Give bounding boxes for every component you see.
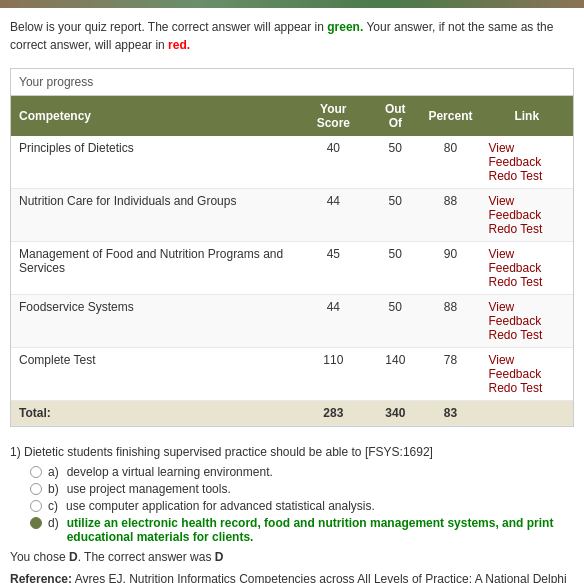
redo-test-link[interactable]: Redo Test: [488, 275, 565, 289]
total-out-of: 340: [370, 401, 420, 426]
redo-test-link[interactable]: Redo Test: [488, 328, 565, 342]
option-letter: d): [48, 516, 59, 530]
view-feedback-link[interactable]: View Feedback: [488, 353, 565, 381]
table-header-row: Competency Your Score Out Of Percent Lin…: [11, 96, 573, 136]
total-row: Total:28334083: [11, 401, 573, 426]
table-row: Principles of Dietetics405080View Feedba…: [11, 136, 573, 189]
option-text: use project management tools.: [67, 482, 231, 496]
out-of-cell: 50: [370, 189, 420, 242]
question-section: 1) Dietetic students finishing supervise…: [0, 435, 584, 583]
competency-cell: Principles of Dietetics: [11, 136, 296, 189]
competency-cell: Complete Test: [11, 348, 296, 401]
table-row: Complete Test11014078View FeedbackRedo T…: [11, 348, 573, 401]
out-of-cell: 50: [370, 242, 420, 295]
option-item: c)use computer application for advanced …: [30, 499, 574, 513]
table-row: Nutrition Care for Individuals and Group…: [11, 189, 573, 242]
option-letter: c): [48, 499, 58, 513]
total-label: Total:: [11, 401, 296, 426]
option-text: use computer application for advanced st…: [66, 499, 375, 513]
col-header-link: Link: [480, 96, 573, 136]
options-list: a)develop a virtual learning environment…: [10, 465, 574, 544]
view-feedback-link[interactable]: View Feedback: [488, 300, 565, 328]
link-cell[interactable]: View FeedbackRedo Test: [480, 295, 573, 348]
score-cell: 44: [296, 189, 370, 242]
total-score: 283: [296, 401, 370, 426]
competency-cell: Nutrition Care for Individuals and Group…: [11, 189, 296, 242]
option-text: utilize an electronic health record, foo…: [67, 516, 574, 544]
top-banner: [0, 0, 584, 8]
option-item: d)utilize an electronic health record, f…: [30, 516, 574, 544]
option-letter: b): [48, 482, 59, 496]
option-item: b)use project management tools.: [30, 482, 574, 496]
view-feedback-link[interactable]: View Feedback: [488, 194, 565, 222]
score-cell: 110: [296, 348, 370, 401]
view-feedback-link[interactable]: View Feedback: [488, 247, 565, 275]
col-header-competency: Competency: [11, 96, 296, 136]
out-of-cell: 50: [370, 295, 420, 348]
radio-icon[interactable]: [30, 483, 42, 495]
percent-cell: 80: [420, 136, 480, 189]
radio-icon[interactable]: [30, 466, 42, 478]
table-row: Foodservice Systems445088View FeedbackRe…: [11, 295, 573, 348]
intro-text: Below is your quiz report. The correct a…: [0, 8, 584, 60]
col-header-out-of: Out Of: [370, 96, 420, 136]
score-table: Competency Your Score Out Of Percent Lin…: [11, 96, 573, 426]
col-header-percent: Percent: [420, 96, 480, 136]
option-letter: a): [48, 465, 59, 479]
radio-icon[interactable]: [30, 500, 42, 512]
link-cell[interactable]: View FeedbackRedo Test: [480, 189, 573, 242]
link-cell[interactable]: View FeedbackRedo Test: [480, 242, 573, 295]
percent-cell: 78: [420, 348, 480, 401]
reference-section: Reference: Ayres EJ. Nutrition Informati…: [10, 570, 574, 583]
competency-cell: Management of Food and Nutrition Program…: [11, 242, 296, 295]
question-item: 1) Dietetic students finishing supervise…: [10, 445, 574, 583]
chose-text: You chose D. The correct answer was D: [10, 550, 574, 564]
total-percent: 83: [420, 401, 480, 426]
radio-icon[interactable]: [30, 517, 42, 529]
score-cell: 44: [296, 295, 370, 348]
question-number-text: 1) Dietetic students finishing supervise…: [10, 445, 574, 459]
percent-cell: 88: [420, 189, 480, 242]
score-cell: 45: [296, 242, 370, 295]
percent-cell: 90: [420, 242, 480, 295]
link-cell[interactable]: View FeedbackRedo Test: [480, 348, 573, 401]
col-header-your-score: Your Score: [296, 96, 370, 136]
progress-container: Your progress Competency Your Score Out …: [10, 68, 574, 427]
table-row: Management of Food and Nutrition Program…: [11, 242, 573, 295]
option-item: a)develop a virtual learning environment…: [30, 465, 574, 479]
link-cell[interactable]: View FeedbackRedo Test: [480, 136, 573, 189]
score-cell: 40: [296, 136, 370, 189]
redo-test-link[interactable]: Redo Test: [488, 381, 565, 395]
progress-title: Your progress: [11, 69, 573, 96]
view-feedback-link[interactable]: View Feedback: [488, 141, 565, 169]
competency-cell: Foodservice Systems: [11, 295, 296, 348]
out-of-cell: 140: [370, 348, 420, 401]
redo-test-link[interactable]: Redo Test: [488, 169, 565, 183]
total-link-empty: [480, 401, 573, 426]
percent-cell: 88: [420, 295, 480, 348]
out-of-cell: 50: [370, 136, 420, 189]
redo-test-link[interactable]: Redo Test: [488, 222, 565, 236]
option-text: develop a virtual learning environment.: [67, 465, 273, 479]
